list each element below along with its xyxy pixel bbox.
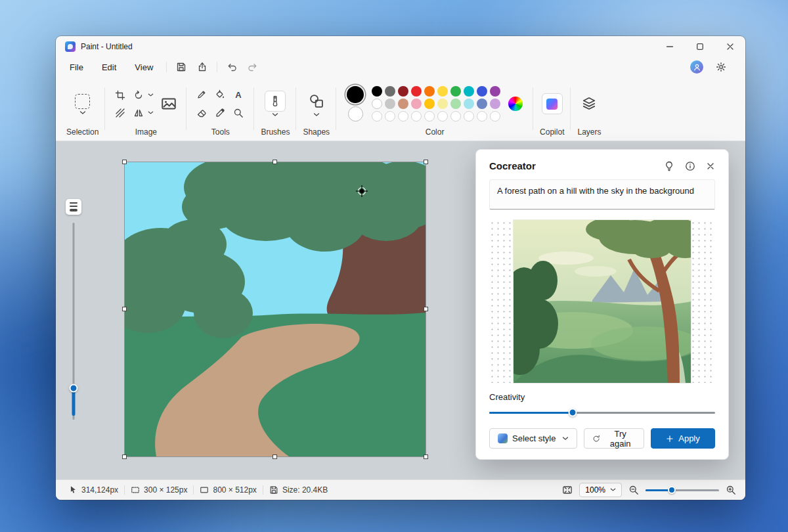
chevron-down-icon[interactable]: [272, 113, 278, 117]
creativity-slider-thumb[interactable]: [569, 409, 577, 417]
color-swatch[interactable]: [450, 86, 461, 97]
minimize-button[interactable]: [655, 36, 685, 57]
zoom-slider-thumb[interactable]: [668, 486, 676, 494]
close-button[interactable]: [715, 36, 745, 57]
close-icon: [706, 162, 715, 171]
selection-handle[interactable]: [424, 454, 428, 459]
suggestions-button[interactable]: [664, 161, 674, 171]
save-button[interactable]: [171, 58, 191, 76]
custom-color-slot[interactable]: [477, 111, 487, 122]
color-swatch[interactable]: [464, 99, 474, 109]
fit-to-window-button[interactable]: [562, 485, 573, 495]
color-swatch[interactable]: [490, 99, 500, 109]
resize-skew-button[interactable]: [112, 104, 129, 122]
maximize-button[interactable]: [685, 36, 715, 57]
brushes-button[interactable]: [265, 91, 286, 112]
close-panel-button[interactable]: [706, 162, 715, 171]
custom-color-slot[interactable]: [398, 111, 408, 122]
menu-edit[interactable]: Edit: [93, 60, 125, 75]
color-swatch[interactable]: [424, 99, 435, 109]
canvas-size: 800 × 512px: [194, 485, 262, 495]
chevron-down-icon[interactable]: [313, 113, 320, 117]
pencil-tool-button[interactable]: [193, 86, 210, 103]
layers-button[interactable]: [579, 93, 600, 114]
color-swatch[interactable]: [385, 99, 395, 109]
chevron-down-icon[interactable]: [148, 93, 154, 97]
divider: [166, 62, 167, 72]
edit-colors-button[interactable]: [508, 97, 523, 111]
color-swatch[interactable]: [372, 86, 382, 97]
color-swatch[interactable]: [411, 86, 422, 97]
custom-color-slot[interactable]: [490, 111, 500, 122]
image-group-label: Image: [135, 126, 157, 139]
selection-handle[interactable]: [273, 454, 277, 459]
foreground-color-swatch[interactable]: [347, 86, 364, 103]
select-style-button[interactable]: Select style: [489, 428, 577, 449]
custom-color-slot[interactable]: [450, 111, 461, 122]
flip-button[interactable]: [130, 104, 147, 122]
share-button[interactable]: [192, 58, 212, 76]
prompt-input[interactable]: A forest path on a hill with the sky in …: [489, 179, 715, 210]
text-tool-button[interactable]: A: [230, 86, 247, 103]
menu-view[interactable]: View: [126, 60, 162, 75]
color-swatch[interactable]: [464, 86, 474, 97]
custom-color-slot[interactable]: [464, 111, 474, 122]
image-options-button[interactable]: [158, 93, 180, 115]
selection-handle[interactable]: [424, 307, 428, 311]
magnifier-tool-button[interactable]: [230, 104, 247, 122]
crop-button[interactable]: [112, 87, 129, 104]
color-picker-tool-button[interactable]: [211, 104, 229, 122]
file-size-icon: [269, 485, 278, 495]
color-swatch[interactable]: [372, 99, 382, 109]
color-swatch[interactable]: [477, 99, 487, 109]
selection-handle[interactable]: [122, 160, 127, 164]
custom-color-slot[interactable]: [372, 111, 382, 122]
settings-button[interactable]: [711, 58, 731, 76]
color-swatch[interactable]: [424, 86, 435, 97]
account-avatar[interactable]: [690, 60, 703, 74]
size-slider-thumb[interactable]: [70, 384, 78, 393]
color-swatch[interactable]: [398, 86, 408, 97]
menu-file[interactable]: File: [61, 60, 92, 75]
color-swatch[interactable]: [437, 99, 448, 109]
color-swatch[interactable]: [490, 86, 500, 97]
selection-handle[interactable]: [122, 454, 127, 459]
selection-tool-button[interactable]: [74, 93, 91, 110]
try-again-button[interactable]: Try again: [584, 428, 644, 449]
custom-color-slot[interactable]: [385, 111, 395, 122]
chevron-down-icon[interactable]: [148, 111, 154, 115]
eraser-tool-button[interactable]: [193, 104, 210, 122]
background-color-swatch[interactable]: [348, 106, 363, 122]
try-again-label: Try again: [605, 429, 636, 449]
color-swatch[interactable]: [398, 99, 408, 109]
creativity-label: Creativity: [489, 392, 715, 402]
zoom-in-button[interactable]: [726, 485, 736, 495]
fill-tool-button[interactable]: [211, 86, 229, 103]
rotate-button[interactable]: [130, 87, 147, 104]
custom-color-slot[interactable]: [437, 111, 448, 122]
selection-handle[interactable]: [424, 160, 428, 164]
copilot-button[interactable]: [542, 93, 563, 114]
shapes-button[interactable]: [306, 91, 327, 112]
info-button[interactable]: [685, 161, 695, 171]
color-swatch[interactable]: [385, 86, 395, 97]
drawing-canvas[interactable]: [125, 162, 426, 456]
zoom-level-dropdown[interactable]: 100%: [579, 483, 622, 497]
selection-handle[interactable]: [273, 160, 277, 164]
generated-image[interactable]: [514, 220, 691, 383]
thickness-icon[interactable]: [66, 199, 81, 215]
undo-button[interactable]: [222, 58, 242, 76]
apply-button[interactable]: Apply: [651, 428, 715, 449]
color-swatch[interactable]: [477, 86, 487, 97]
refresh-icon: [592, 434, 600, 443]
custom-color-slot[interactable]: [411, 111, 422, 122]
redo-button[interactable]: [243, 58, 263, 76]
selection-handle[interactable]: [122, 307, 127, 311]
person-icon: [693, 63, 701, 72]
zoom-out-button[interactable]: [628, 485, 639, 495]
color-swatch[interactable]: [411, 99, 422, 109]
custom-color-slot[interactable]: [424, 111, 435, 122]
color-swatch[interactable]: [437, 86, 448, 97]
color-swatch[interactable]: [450, 99, 461, 109]
chevron-down-icon[interactable]: [79, 111, 86, 115]
